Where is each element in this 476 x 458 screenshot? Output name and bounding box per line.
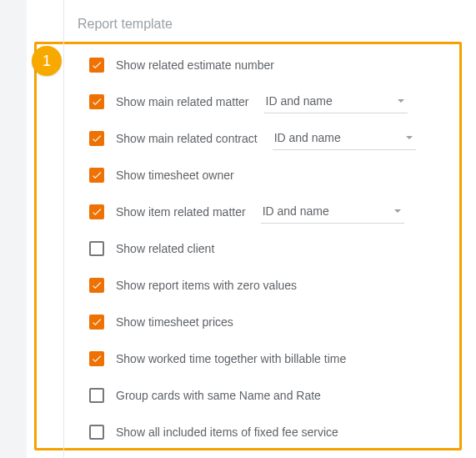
option-label: Show related estimate number [116, 58, 274, 72]
left-strip [0, 0, 27, 458]
option-label: Show main related contract [116, 132, 258, 145]
option-label: Show timesheet owner [116, 169, 234, 182]
format-select[interactable]: ID and name [273, 127, 416, 150]
option-row: Show all included items of fixed fee ser… [89, 414, 467, 450]
options-list: Show related estimate numberShow main re… [78, 47, 467, 450]
settings-panel: Report template Show related estimate nu… [63, 0, 467, 458]
option-row: Show timesheet prices [89, 304, 467, 340]
option-label: Show related client [116, 242, 214, 255]
select-value: ID and name [274, 131, 341, 144]
option-label: Show worked time together with billable … [116, 352, 346, 365]
option-row: Show related estimate number [89, 47, 467, 83]
option-label: Show report items with zero values [116, 279, 297, 292]
checkbox[interactable] [89, 131, 104, 146]
option-label: Group cards with same Name and Rate [116, 389, 321, 402]
checkbox[interactable] [89, 351, 104, 366]
checkbox[interactable] [89, 168, 104, 183]
chevron-down-icon [394, 209, 401, 213]
checkbox[interactable] [89, 388, 104, 403]
option-label: Show timesheet prices [116, 315, 233, 329]
checkbox[interactable] [89, 58, 104, 73]
select-value: ID and name [266, 94, 333, 108]
format-select[interactable]: ID and name [264, 90, 408, 113]
format-select[interactable]: ID and name [261, 200, 404, 224]
option-row: Show worked time together with billable … [89, 340, 467, 377]
option-row: Show item related matterID and name [89, 194, 467, 230]
option-label: Show all included items of fixed fee ser… [116, 425, 338, 439]
checkbox[interactable] [89, 278, 104, 293]
option-row: Show main related contractID and name [89, 120, 467, 157]
option-row: Show related client [89, 230, 467, 267]
chevron-down-icon [406, 136, 413, 139]
checkbox[interactable] [89, 241, 104, 256]
section-title: Report template [78, 17, 467, 32]
checkbox[interactable] [89, 204, 104, 219]
option-label: Show main related matter [116, 95, 249, 108]
option-row: Show report items with zero values [89, 267, 467, 304]
select-value: ID and name [263, 204, 329, 218]
option-label: Show item related matter [116, 205, 246, 219]
option-row: Show main related matterID and name [89, 83, 467, 120]
step-badge: 1 [32, 46, 62, 76]
option-row: Group cards with same Name and Rate [89, 377, 467, 414]
checkbox[interactable] [89, 315, 104, 330]
checkbox[interactable] [89, 94, 104, 109]
checkbox[interactable] [89, 425, 104, 440]
option-row: Show timesheet owner [89, 157, 467, 194]
chevron-down-icon [398, 99, 404, 103]
